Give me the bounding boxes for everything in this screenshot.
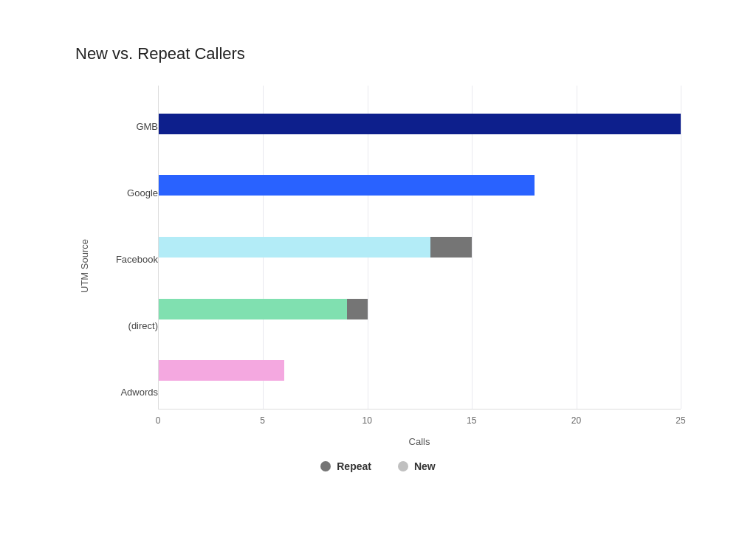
x-axis-tick: 10 (362, 415, 372, 426)
bar-row (159, 344, 681, 397)
x-axis: 0510152025 (158, 412, 681, 433)
bar-new-segment (159, 175, 535, 196)
y-axis-label-gmb: GMB (99, 97, 158, 156)
bar-segment-container (159, 114, 681, 134)
bar-new-segment (159, 237, 430, 258)
repeat-legend-dot (320, 461, 331, 471)
bar-segment-container (159, 360, 681, 381)
grid-and-bars (158, 86, 681, 410)
legend-item-repeat: Repeat (320, 460, 371, 472)
x-axis-tick: 15 (467, 415, 476, 426)
bar-new-segment (159, 299, 347, 319)
legend-item-new: New (398, 460, 436, 472)
bar-row (159, 97, 681, 151)
bar-row (159, 221, 681, 274)
chart-container: New vs. Repeat Callers UTM Source GMBGoo… (46, 22, 710, 524)
bar-row (159, 159, 681, 212)
y-axis-labels: GMBGoogleFacebook(direct)Adwords (99, 86, 158, 447)
bar-segment-container (159, 237, 681, 258)
y-axis-label-direct: (direct) (99, 296, 158, 355)
x-axis-tick: 20 (571, 415, 581, 426)
x-axis-title: Calls (158, 436, 681, 447)
repeat-legend-label: Repeat (337, 460, 371, 472)
y-axis-label-facebook: Facebook (99, 229, 158, 288)
chart-area: UTM Source GMBGoogleFacebook(direct)Adwo… (75, 86, 681, 447)
y-axis-label-adwords: Adwords (99, 362, 158, 421)
grid-line (681, 86, 681, 409)
bar-row (159, 283, 681, 336)
bar-segment-container (159, 299, 681, 319)
bar-new-segment (159, 360, 284, 381)
new-legend-dot (398, 461, 408, 471)
chart-title: New vs. Repeat Callers (75, 44, 681, 63)
bar-new-segment (159, 114, 681, 134)
new-legend-label: New (414, 460, 436, 472)
plot-area: 0510152025 Calls (158, 86, 681, 447)
bar-rows (159, 86, 681, 409)
y-axis-label: UTM Source (75, 86, 93, 447)
y-axis-label-google: Google (99, 163, 158, 222)
bar-repeat-segment (430, 237, 472, 258)
x-axis-tick: 5 (260, 415, 265, 426)
x-axis-tick: 25 (676, 415, 685, 426)
legend: Repeat New (75, 460, 681, 472)
x-axis-tick: 0 (156, 415, 161, 426)
bar-segment-container (159, 175, 681, 196)
bar-repeat-segment (347, 299, 368, 319)
